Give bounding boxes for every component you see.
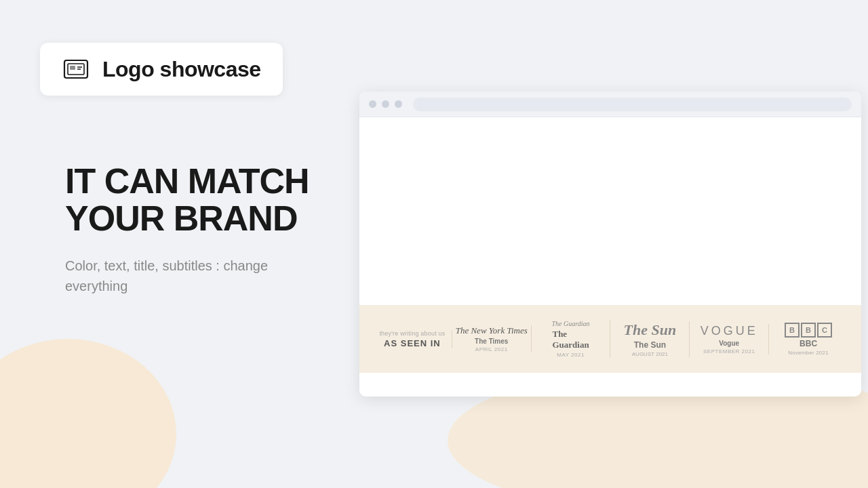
vogue-label: Vogue bbox=[719, 340, 739, 347]
browser-dot-red bbox=[369, 100, 376, 108]
logo-item-the-guardian: The Guardian TheGuardian MAY 2021 bbox=[532, 320, 611, 358]
the-sun-label: The Sun bbox=[634, 340, 666, 350]
browser-dot-yellow bbox=[382, 100, 389, 108]
decorative-blob-left bbox=[0, 339, 176, 488]
sun-logo-text: The Sun bbox=[624, 321, 677, 339]
logo-items: they're writing about us AS SEEN IN The … bbox=[359, 320, 861, 358]
browser-addressbar bbox=[413, 98, 852, 111]
browser-toolbar bbox=[359, 92, 861, 117]
sub-text: Color, text, title, subtitles : change e… bbox=[65, 256, 323, 296]
logo-item-as-seen-in: they're writing about us AS SEEN IN bbox=[373, 330, 452, 348]
logo-item-vogue: VOGUE Vogue September 2021 bbox=[690, 324, 769, 354]
as-seen-in-small-label: they're writing about us bbox=[379, 330, 445, 337]
bbc-date: November 2021 bbox=[788, 350, 829, 356]
logo-showcase-icon bbox=[62, 55, 90, 83]
guardian-logo-text: The Guardian bbox=[552, 320, 590, 327]
the-sun-date: AUGUST 2021 bbox=[632, 351, 668, 357]
as-seen-in-main: AS SEEN IN bbox=[384, 338, 441, 348]
vogue-logo-text: VOGUE bbox=[701, 324, 758, 338]
bbc-c: C bbox=[817, 323, 832, 338]
left-content: IT CAN MATCH YOUR BRAND Color, text, tit… bbox=[65, 163, 323, 296]
nyt-logo-text: The New York Times bbox=[456, 325, 528, 336]
svg-rect-2 bbox=[70, 66, 75, 70]
the-guardian-date: MAY 2021 bbox=[557, 352, 585, 358]
bbc-logo: B B C bbox=[785, 323, 832, 338]
browser-content: they're writing about us AS SEEN IN The … bbox=[359, 117, 861, 396]
bbc-label: BBC bbox=[800, 339, 817, 348]
logo-item-the-times: The New York Times The Times APRIL 2021 bbox=[452, 325, 532, 352]
vogue-date: September 2021 bbox=[703, 348, 755, 354]
header-card: Logo showcase bbox=[40, 43, 283, 96]
logo-item-bbc: B B C BBC November 2021 bbox=[769, 323, 848, 356]
logo-item-the-sun: The Sun The Sun AUGUST 2021 bbox=[610, 321, 690, 357]
browser-mockup: they're writing about us AS SEEN IN The … bbox=[359, 92, 861, 396]
the-times-date: APRIL 2021 bbox=[475, 346, 508, 352]
logo-bar: they're writing about us AS SEEN IN The … bbox=[359, 305, 861, 373]
bbc-b2: B bbox=[801, 323, 816, 338]
page-title: Logo showcase bbox=[102, 57, 261, 82]
main-heading: IT CAN MATCH YOUR BRAND bbox=[65, 163, 323, 237]
the-guardian-label: TheGuardian bbox=[552, 329, 589, 350]
bbc-b1: B bbox=[785, 323, 800, 338]
the-times-label: The Times bbox=[475, 338, 508, 345]
browser-dot-green bbox=[395, 100, 402, 108]
